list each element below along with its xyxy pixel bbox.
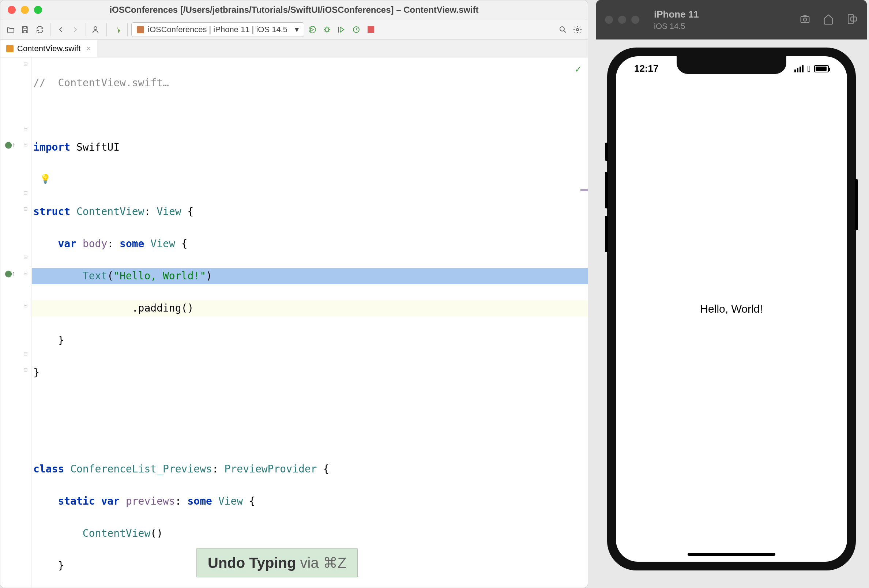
separator xyxy=(50,23,50,36)
simulator-titlebar: iPhone 11 iOS 14.5 xyxy=(596,0,867,40)
fold-icon[interactable]: ⊟ xyxy=(24,270,29,276)
inspection-ok-icon[interactable]: ✓ xyxy=(575,61,581,77)
fold-icon[interactable]: ⊟ xyxy=(24,254,29,260)
fold-icon[interactable]: ⊟ xyxy=(24,126,29,131)
forward-button[interactable] xyxy=(69,23,82,36)
swift-file-icon xyxy=(6,45,13,52)
minimize-window-button[interactable] xyxy=(21,6,29,14)
phone-screen[interactable]: 12:17 􀙇 Hello, World! xyxy=(616,56,847,562)
separator xyxy=(86,23,86,36)
phone-frame: 12:17 􀙇 Hello, World! xyxy=(607,47,856,570)
simulator-title: iPhone 11 iOS 14.5 xyxy=(654,9,699,31)
toolbar: iOSConferences | iPhone 11 | iOS 14.5 ▾ xyxy=(0,19,588,40)
override-gutter-icon[interactable]: ⬤↑ xyxy=(5,141,13,150)
user-button[interactable] xyxy=(90,23,103,36)
toast-via: via xyxy=(300,555,319,571)
screenshot-button[interactable] xyxy=(799,13,811,27)
editor[interactable]: ⬤↑ 💡 ⬤↑ ⊟ ⊟ ⊟ ⊟ ⊟ ⊟ ⊟ ⊟ ⊟ ⊟ // ContentVi… xyxy=(0,58,588,588)
svg-rect-5 xyxy=(801,16,810,23)
fold-icon[interactable]: ⊟ xyxy=(24,61,29,67)
ide-window: iOSConferences [/Users/jetbrains/Tutoria… xyxy=(0,0,588,588)
mute-switch[interactable] xyxy=(605,143,608,161)
search-button[interactable] xyxy=(556,23,569,36)
action-toast: Undo Typing via ⌘Z xyxy=(196,548,358,578)
build-button[interactable] xyxy=(110,23,124,36)
sim-window-controls xyxy=(605,16,639,24)
profile-button[interactable] xyxy=(350,23,363,36)
zoom-window-button[interactable] xyxy=(34,6,42,14)
save-button[interactable] xyxy=(19,23,32,36)
home-indicator[interactable] xyxy=(688,553,776,556)
fold-icon[interactable]: ⊟ xyxy=(24,302,29,308)
coverage-button[interactable] xyxy=(335,23,348,36)
sync-button[interactable] xyxy=(33,23,46,36)
close-window-button[interactable] xyxy=(8,6,16,14)
code-comment: // ContentView.swift… xyxy=(33,77,169,89)
overview-marker[interactable] xyxy=(580,189,588,191)
sim-close-button[interactable] xyxy=(605,16,613,24)
run-configuration-select[interactable]: iOSConferences | iPhone 11 | iOS 14.5 ▾ xyxy=(131,22,304,37)
run-button[interactable] xyxy=(306,23,319,36)
chevron-down-icon: ▾ xyxy=(295,25,299,34)
home-button[interactable] xyxy=(822,13,835,27)
run-config-label: iOSConferences | iPhone 11 | iOS 14.5 xyxy=(148,25,288,34)
tab-label: ContentView.swift xyxy=(17,44,80,53)
fold-icon[interactable]: ⊟ xyxy=(24,142,29,147)
simulator-window: iPhone 11 iOS 14.5 12:17 􀙇 Hell xyxy=(596,0,867,588)
config-icon xyxy=(137,26,144,33)
svg-point-0 xyxy=(94,27,97,30)
fold-icon[interactable]: ⊟ xyxy=(24,351,29,357)
tab-contentview[interactable]: ContentView.swift × xyxy=(0,40,97,57)
window-controls xyxy=(0,6,42,14)
editor-tabs: ContentView.swift × xyxy=(0,40,588,58)
app-content: Hello, World! xyxy=(616,56,847,562)
volume-down-button[interactable] xyxy=(605,216,608,252)
volume-up-button[interactable] xyxy=(605,172,608,209)
hello-label: Hello, World! xyxy=(700,303,762,315)
toast-shortcut: ⌘Z xyxy=(323,555,346,571)
power-button[interactable] xyxy=(855,179,858,230)
rotate-button[interactable] xyxy=(845,13,858,27)
window-title: iOSConferences [/Users/jetbrains/Tutoria… xyxy=(0,5,588,15)
gutter: ⬤↑ 💡 ⬤↑ ⊟ ⊟ ⊟ ⊟ ⊟ ⊟ ⊟ ⊟ ⊟ ⊟ xyxy=(0,58,32,588)
close-tab-icon[interactable]: × xyxy=(86,44,91,53)
open-button[interactable] xyxy=(4,23,17,36)
override-gutter-icon[interactable]: ⬤↑ xyxy=(5,270,13,278)
fold-icon[interactable]: ⊟ xyxy=(24,367,29,373)
back-button[interactable] xyxy=(54,23,67,36)
code-area[interactable]: // ContentView.swift… import SwiftUI str… xyxy=(32,58,588,588)
sim-os-label: iOS 14.5 xyxy=(654,22,699,31)
toast-action: Undo Typing xyxy=(208,555,296,571)
titlebar: iOSConferences [/Users/jetbrains/Tutoria… xyxy=(0,0,588,19)
sim-minimize-button[interactable] xyxy=(618,16,626,24)
svg-point-4 xyxy=(577,28,578,31)
fold-icon[interactable]: ⊟ xyxy=(24,206,29,212)
sim-zoom-button[interactable] xyxy=(631,16,639,24)
svg-point-3 xyxy=(560,27,564,31)
fold-icon[interactable]: ⊟ xyxy=(24,190,29,196)
separator xyxy=(127,23,128,36)
stop-icon xyxy=(368,26,374,33)
settings-button[interactable] xyxy=(571,23,584,36)
debug-button[interactable] xyxy=(320,23,334,36)
separator xyxy=(107,23,107,36)
svg-point-1 xyxy=(325,28,329,31)
sim-device-label: iPhone 11 xyxy=(654,9,699,20)
stop-button[interactable] xyxy=(364,23,377,36)
svg-point-6 xyxy=(804,18,807,21)
